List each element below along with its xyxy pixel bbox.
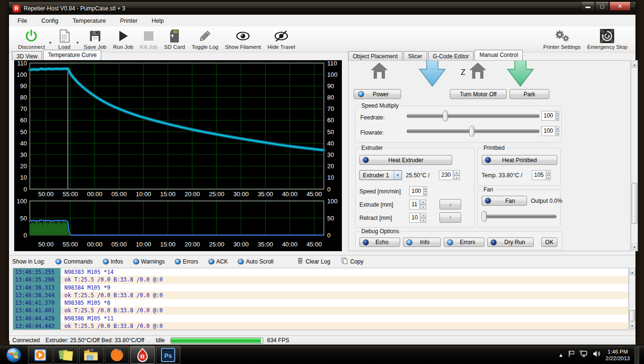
y-down-arrow-icon[interactable] — [419, 60, 446, 89]
extruder-select[interactable]: Extruder 1 ▼ — [359, 170, 402, 180]
maximize-button[interactable]: ▢ — [595, 2, 609, 11]
network-icon[interactable] — [580, 350, 588, 359]
extruder-speed-value[interactable]: 100 — [409, 186, 423, 196]
tab-slicer[interactable]: Slicer — [403, 51, 427, 60]
tab-gcode-editor[interactable]: G-Code Editor — [428, 51, 474, 60]
retract-spinner[interactable]: 10 ▲▼ — [409, 213, 426, 223]
info-toggle-button[interactable]: Info — [403, 237, 441, 247]
manual-control-scrollbar[interactable]: ▲ ▼ — [631, 60, 638, 251]
retract-button[interactable]: ↑ — [439, 212, 461, 223]
clear-log-button[interactable]: Clear Log — [297, 257, 330, 265]
ok-button[interactable]: OK — [541, 237, 557, 247]
park-button[interactable]: Park — [510, 89, 549, 99]
taskbar-photoshop-icon[interactable]: Ps — [156, 346, 180, 364]
minimize-button[interactable]: ▬ — [581, 2, 595, 11]
flowrate-spinner[interactable]: 100 ▲▼ — [541, 126, 559, 136]
log-toggle-commands[interactable]: Commands — [55, 258, 92, 265]
menu-file[interactable]: File — [18, 18, 27, 24]
emergency-stop-button[interactable]: Emergency Stop — [584, 27, 631, 51]
flowrate-slider-thumb[interactable] — [469, 126, 474, 136]
flowrate-value[interactable]: 100 — [541, 126, 555, 136]
extruder-speed-spinner[interactable]: 100 ▲▼ — [409, 186, 426, 196]
echo-toggle-button[interactable]: Echo — [359, 237, 400, 247]
tab-object-placement[interactable]: Object Placement — [348, 51, 402, 60]
feedrate-value[interactable]: 100 — [541, 111, 555, 121]
log-scrollbar[interactable]: ▲ ▼ — [629, 268, 635, 330]
taskbar-clock[interactable]: 1:46 PM 2/22/2013 — [606, 348, 630, 362]
scrollbar-thumb[interactable] — [632, 183, 637, 224]
title-bar[interactable]: R Repetier-Host V0.84 - PumpCase.stl + 3… — [9, 2, 635, 15]
tab-3d-view[interactable]: 3D View — [12, 51, 42, 60]
tray-hidden-icons-arrow[interactable]: ▲ — [558, 352, 564, 358]
extruder-target-spinner[interactable]: 230 ▲▼ — [439, 170, 460, 180]
sd-card-button[interactable]: SD Card — [161, 27, 188, 51]
log-toggle-auto-scroll[interactable]: Auto Scroll — [238, 258, 273, 265]
start-button[interactable] — [0, 346, 27, 364]
printbed-target-spinner-arrows[interactable]: ▲▼ — [546, 170, 551, 180]
volume-icon[interactable] — [593, 350, 601, 359]
log-toggle-warnings[interactable]: Warnings — [133, 258, 165, 265]
retract-spinner-arrows[interactable]: ▲▼ — [420, 213, 426, 223]
extrude-spinner[interactable]: 11 ▲▼ — [409, 200, 426, 209]
heat-printbed-button[interactable]: Heat Printbed — [482, 155, 557, 165]
scroll-down-icon[interactable]: ▼ — [629, 322, 635, 329]
home-z-icon[interactable] — [468, 63, 487, 81]
log-toggle-infos[interactable]: Infos — [103, 258, 123, 265]
fan-button[interactable]: Fan — [482, 196, 527, 206]
taskbar-explorer-icon[interactable] — [79, 346, 104, 364]
save-job-button[interactable]: Save Job — [80, 27, 110, 51]
hide-travel-button[interactable]: Hide Travel — [264, 27, 298, 51]
menu-config[interactable]: Config — [41, 18, 58, 24]
flowrate-slider[interactable] — [407, 126, 539, 137]
home-x-icon[interactable] — [370, 63, 389, 81]
flowrate-spinner-arrows[interactable]: ▲▼ — [556, 126, 559, 136]
scroll-up-icon[interactable]: ▲ — [629, 269, 635, 275]
printbed-target-value[interactable]: 105 — [532, 170, 546, 180]
log-horizontal-scrollbar[interactable] — [9, 330, 635, 336]
retract-value[interactable]: 10 — [409, 213, 420, 223]
extrude-value[interactable]: 11 — [409, 200, 420, 209]
copy-log-button[interactable]: Copy — [341, 257, 363, 265]
scroll-up-icon[interactable]: ▲ — [632, 61, 637, 68]
load-dropdown-caret[interactable]: ▼ — [76, 41, 80, 45]
extrude-spinner-arrows[interactable]: ▲▼ — [420, 200, 426, 209]
extrude-button[interactable]: ↓ — [439, 199, 461, 209]
printer-settings-button[interactable]: Printer Settings — [540, 27, 584, 51]
power-button[interactable]: Power — [354, 89, 401, 99]
tab-temperature-curve[interactable]: Temperature Curve — [43, 50, 101, 60]
menu-help[interactable]: Help — [152, 18, 164, 24]
extruder-target-spinner-arrows[interactable]: ▲▼ — [454, 170, 460, 180]
load-button[interactable]: Load — [53, 27, 76, 51]
extruder-speed-spinner-arrows[interactable]: ▲▼ — [424, 186, 427, 196]
close-button[interactable]: ✕ — [609, 2, 631, 11]
feedrate-spinner[interactable]: 100 ▲▼ — [541, 111, 559, 121]
turn-motor-off-button[interactable]: Turn Motor Off — [450, 89, 507, 99]
scrollbar-thumb[interactable] — [629, 310, 635, 321]
fan-speed-slider[interactable] — [482, 211, 556, 222]
heat-extruder-button[interactable]: Heat Extruder — [359, 155, 452, 165]
show-desktop-button[interactable] — [635, 346, 639, 364]
dry-run-toggle-button[interactable]: Dry Run — [487, 237, 534, 247]
toggle-log-button[interactable]: Toggle Log — [188, 27, 222, 51]
scroll-down-icon[interactable]: ▼ — [632, 244, 637, 250]
errors-toggle-button[interactable]: Errors — [444, 237, 484, 247]
taskbar-firefox-icon[interactable] — [105, 346, 129, 364]
log-toggle-errors[interactable]: Errors — [175, 258, 198, 265]
action-center-flag-icon[interactable] — [568, 350, 575, 359]
show-filament-button[interactable]: Show Filament — [222, 27, 264, 51]
feedrate-spinner-arrows[interactable]: ▲▼ — [556, 111, 559, 121]
communication-log[interactable]: 13:46:35.255N98383 M105 *14 13:46:35.286… — [13, 268, 629, 330]
disconnect-dropdown-caret[interactable]: ▼ — [48, 41, 52, 45]
tab-manual-control[interactable]: Manual Control — [474, 50, 522, 60]
taskbar-sticky-notes-icon[interactable] — [54, 346, 78, 364]
feedrate-slider-thumb[interactable] — [443, 110, 448, 121]
menu-temperature[interactable]: Temperature — [72, 18, 106, 24]
z-down-arrow-icon[interactable] — [507, 60, 534, 89]
log-toggle-ack[interactable]: ACK — [208, 258, 228, 265]
fan-slider-thumb[interactable] — [482, 211, 487, 222]
run-job-button[interactable]: Run Job — [110, 27, 137, 51]
taskbar-media-player-icon[interactable] — [28, 346, 53, 364]
feedrate-slider[interactable] — [407, 110, 539, 122]
printbed-target-spinner[interactable]: 105 ▲▼ — [532, 170, 551, 180]
extruder-target-value[interactable]: 230 — [439, 170, 453, 180]
